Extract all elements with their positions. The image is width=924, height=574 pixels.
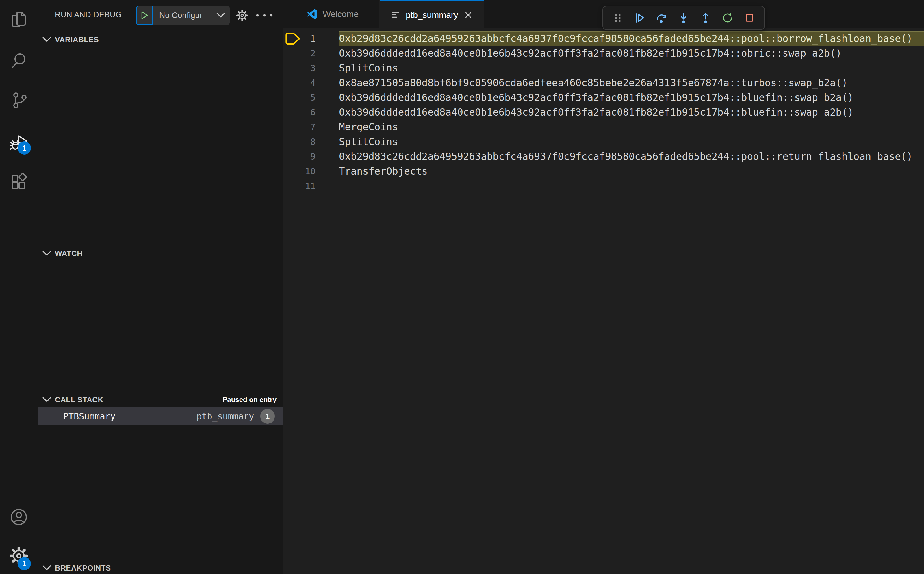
toolbar-drag-handle-icon[interactable] bbox=[608, 9, 627, 27]
watch-label: WATCH bbox=[55, 249, 82, 258]
code-text[interactable]: TransferObjects bbox=[339, 164, 924, 179]
variables-label: VARIABLES bbox=[55, 35, 99, 44]
tab-welcome[interactable]: Welcome bbox=[286, 0, 380, 28]
step-over-icon[interactable] bbox=[652, 9, 671, 27]
step-into-icon[interactable] bbox=[674, 9, 693, 27]
section-divider bbox=[38, 558, 283, 558]
code-line[interactable]: 3SplitCoins bbox=[283, 61, 924, 76]
gutter[interactable]: 11 bbox=[283, 179, 339, 193]
search-icon[interactable] bbox=[9, 52, 28, 70]
explorer-icon[interactable] bbox=[9, 10, 28, 28]
debug-start-button[interactable] bbox=[136, 6, 153, 25]
stack-frame-source: ptb_summary bbox=[197, 411, 254, 421]
gutter[interactable]: 1 bbox=[283, 31, 339, 46]
tab-ptb-summary-label: ptb_summary bbox=[406, 10, 458, 20]
sidebar-titlebar: RUN AND DEBUG No Configur bbox=[38, 0, 283, 29]
extensions-icon[interactable] bbox=[9, 172, 28, 190]
accounts-icon[interactable] bbox=[9, 508, 28, 526]
code-text[interactable]: 0xb39d6dddedd16ed8a40ce0b1e6b43c92acf0ff… bbox=[339, 90, 924, 105]
gutter[interactable]: 4 bbox=[283, 76, 339, 90]
tab-ptb-summary[interactable]: ptb_summary bbox=[380, 0, 484, 28]
close-tab-icon[interactable] bbox=[463, 10, 473, 20]
run-and-debug-sidebar: RUN AND DEBUG No Configur bbox=[38, 0, 283, 574]
line-number: 3 bbox=[310, 61, 315, 76]
section-divider bbox=[38, 242, 283, 242]
source-control-icon[interactable] bbox=[9, 91, 28, 110]
chevron-down-icon bbox=[216, 6, 230, 25]
vscode-logo-icon bbox=[307, 8, 318, 20]
section-divider bbox=[38, 390, 283, 390]
call-stack-frame-row[interactable]: PTBSummary ptb_summary 1 bbox=[38, 407, 283, 426]
stack-frame-badge: 1 bbox=[260, 409, 275, 424]
line-number: 9 bbox=[310, 149, 315, 164]
current-stackframe-arrow-icon bbox=[285, 32, 301, 45]
stack-frame-name: PTBSummary bbox=[63, 411, 116, 421]
gutter[interactable]: 10 bbox=[283, 164, 339, 179]
call-stack-section-header[interactable]: CALL STACK Paused on entry bbox=[38, 392, 283, 407]
launch-config-label[interactable]: No Configur bbox=[153, 6, 216, 25]
launch-configuration-dropdown[interactable]: No Configur bbox=[136, 6, 230, 25]
code-line[interactable]: 8SplitCoins bbox=[283, 134, 924, 149]
gutter[interactable]: 6 bbox=[283, 105, 339, 120]
line-number: 10 bbox=[305, 164, 315, 179]
gutter[interactable]: 5 bbox=[283, 90, 339, 105]
code-text[interactable]: 0xb39d6dddedd16ed8a40ce0b1e6b43c92acf0ff… bbox=[339, 46, 924, 61]
code-line[interactable]: 90xb29d83c26cdd2a64959263abbcfc4a6937f0c… bbox=[283, 149, 924, 164]
code-text[interactable]: 0xb29d83c26cdd2a64959263abbcfc4a6937f0c9… bbox=[339, 149, 924, 164]
variables-section-header[interactable]: VARIABLES bbox=[38, 32, 283, 47]
code-text[interactable] bbox=[339, 179, 924, 193]
debug-toolbar bbox=[603, 6, 765, 30]
code-line[interactable]: 20xb39d6dddedd16ed8a40ce0b1e6b43c92acf0f… bbox=[283, 46, 924, 61]
current-stackframe-arrow-icon bbox=[285, 32, 301, 45]
code-line[interactable]: 50xb39d6dddedd16ed8a40ce0b1e6b43c92acf0f… bbox=[283, 90, 924, 105]
sidebar-title: RUN AND DEBUG bbox=[55, 10, 122, 19]
chevron-down-icon bbox=[42, 37, 52, 43]
code-lines[interactable]: 10xb29d83c26cdd2a64959263abbcfc4a6937f0c… bbox=[283, 28, 924, 574]
gutter[interactable]: 8 bbox=[283, 134, 339, 149]
code-text[interactable]: MergeCoins bbox=[339, 120, 924, 134]
line-number: 6 bbox=[310, 105, 315, 120]
code-text[interactable]: 0x8ae871505a80d8bf6bf9c05906cda6edfeea46… bbox=[339, 76, 924, 90]
code-text[interactable]: SplitCoins bbox=[339, 134, 924, 149]
code-text[interactable]: 0xb39d6dddedd16ed8a40ce0b1e6b43c92acf0ff… bbox=[339, 105, 924, 120]
debug-settings-gear-icon[interactable] bbox=[236, 9, 248, 21]
watch-section-header[interactable]: WATCH bbox=[38, 246, 283, 261]
gutter[interactable]: 3 bbox=[283, 61, 339, 76]
gutter[interactable]: 7 bbox=[283, 120, 339, 134]
chevron-down-icon bbox=[42, 251, 52, 256]
line-number: 5 bbox=[310, 90, 315, 105]
chevron-down-icon bbox=[42, 397, 52, 403]
tab-welcome-label: Welcome bbox=[323, 9, 359, 19]
activity-bar: 1 1 bbox=[0, 0, 38, 574]
continue-icon[interactable] bbox=[630, 9, 649, 27]
gutter[interactable]: 9 bbox=[283, 149, 339, 164]
paused-status: Paused on entry bbox=[222, 396, 277, 404]
list-file-icon bbox=[390, 10, 400, 20]
code-text[interactable]: 0xb29d83c26cdd2a64959263abbcfc4a6937f0c9… bbox=[339, 31, 924, 46]
gutter[interactable]: 2 bbox=[283, 46, 339, 61]
code-line[interactable]: 60xb39d6dddedd16ed8a40ce0b1e6b43c92acf0f… bbox=[283, 105, 924, 120]
line-number: 7 bbox=[310, 120, 315, 134]
vscode-window: 1 1 RUN AND DEBUG bbox=[0, 0, 924, 574]
debug-badge: 1 bbox=[17, 141, 31, 155]
code-text[interactable]: SplitCoins bbox=[339, 61, 924, 76]
stop-icon[interactable] bbox=[740, 9, 759, 27]
code-line[interactable]: 11 bbox=[283, 179, 924, 193]
more-actions-icon[interactable] bbox=[255, 11, 274, 20]
code-line[interactable]: 10TransferObjects bbox=[283, 164, 924, 179]
breakpoints-section-header[interactable]: BREAKPOINTS bbox=[38, 560, 283, 574]
settings-badge: 1 bbox=[17, 557, 31, 570]
line-number: 4 bbox=[310, 76, 315, 90]
code-line[interactable]: 10xb29d83c26cdd2a64959263abbcfc4a6937f0c… bbox=[283, 31, 924, 46]
step-out-icon[interactable] bbox=[696, 9, 715, 27]
breakpoints-label: BREAKPOINTS bbox=[55, 564, 111, 572]
line-number: 2 bbox=[310, 46, 315, 61]
code-line[interactable]: 40x8ae871505a80d8bf6bf9c05906cda6edfeea4… bbox=[283, 76, 924, 90]
code-line[interactable]: 7MergeCoins bbox=[283, 120, 924, 134]
play-icon bbox=[140, 11, 149, 20]
editor-group: Welcome ptb_summary 10xb29d83c26cdd2a649… bbox=[283, 0, 924, 574]
line-number: 11 bbox=[305, 179, 315, 193]
restart-icon[interactable] bbox=[718, 9, 737, 27]
line-number: 8 bbox=[310, 134, 315, 149]
call-stack-label: CALL STACK bbox=[55, 395, 104, 404]
